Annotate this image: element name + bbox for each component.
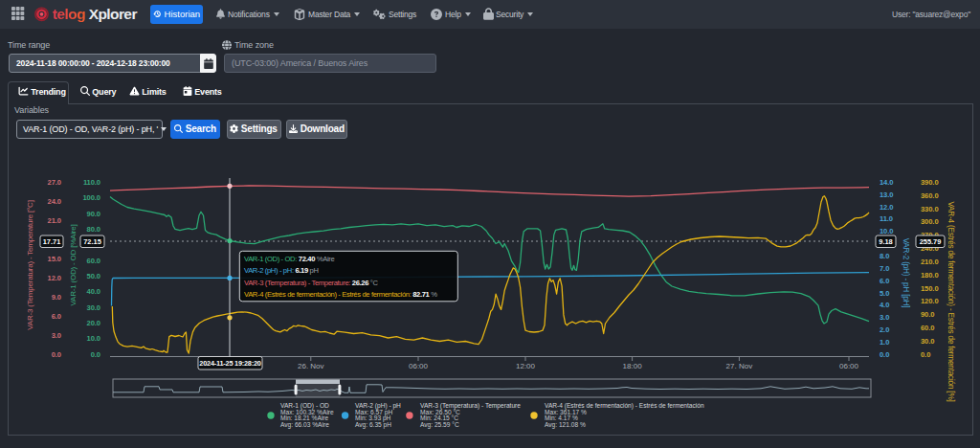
svg-text:210.0: 210.0	[921, 258, 939, 266]
svg-text:40.0: 40.0	[87, 287, 100, 296]
svg-text:90.0: 90.0	[87, 210, 100, 218]
svg-text:11.0: 11.0	[880, 214, 893, 223]
svg-text:4.0: 4.0	[880, 301, 889, 309]
svg-text:VAR-4 (Estrés de fermentación): VAR-4 (Estrés de fermentación) - Estrés …	[947, 201, 955, 401]
svg-text:30.0: 30.0	[87, 303, 100, 312]
svg-text:06:00: 06:00	[839, 362, 859, 370]
svg-text:90.0: 90.0	[921, 310, 934, 319]
svg-text:17.71: 17.71	[43, 237, 61, 246]
svg-text:390.0: 390.0	[921, 178, 939, 187]
svg-text:9.0: 9.0	[52, 293, 61, 302]
svg-text:12.0: 12.0	[880, 203, 893, 212]
svg-text:12.0: 12.0	[48, 274, 61, 282]
svg-text:10.0: 10.0	[87, 334, 100, 343]
svg-text:VAR-2 (pH) - pH [pH]: VAR-2 (pH) - pH [pH]	[902, 238, 910, 308]
svg-text:150.0: 150.0	[921, 284, 939, 293]
svg-text:60.0: 60.0	[87, 257, 100, 265]
svg-text:60.0: 60.0	[921, 324, 934, 332]
svg-text:5.0: 5.0	[880, 289, 889, 298]
svg-text:300.0: 300.0	[921, 217, 939, 226]
svg-text:3.0: 3.0	[880, 313, 889, 322]
svg-text:27. Nov: 27. Nov	[726, 362, 753, 370]
svg-text:7.0: 7.0	[880, 264, 889, 273]
svg-text:80.0: 80.0	[87, 225, 100, 234]
svg-text:180.0: 180.0	[921, 271, 939, 280]
svg-text:18:00: 18:00	[623, 362, 643, 370]
svg-text:330.0: 330.0	[921, 205, 939, 213]
svg-text:6.0: 6.0	[52, 312, 61, 321]
svg-text:6.0: 6.0	[880, 277, 889, 285]
svg-text:24.0: 24.0	[48, 197, 61, 206]
svg-text:0.0: 0.0	[921, 350, 930, 359]
svg-text:72.15: 72.15	[83, 237, 101, 246]
svg-text:1.0: 1.0	[880, 338, 889, 347]
svg-text:13.0: 13.0	[880, 190, 893, 199]
svg-text:120.0: 120.0	[921, 297, 939, 305]
svg-text:21.0: 21.0	[48, 216, 61, 225]
svg-text:0.0: 0.0	[880, 350, 889, 359]
svg-text:360.0: 360.0	[921, 191, 939, 200]
svg-text:2.0: 2.0	[880, 325, 889, 334]
svg-text:Avg: 25.59 °C: Avg: 25.59 °C	[420, 421, 459, 429]
svg-text:VAR-1 (OD) - OD [%Aire]: VAR-1 (OD) - OD [%Aire]	[69, 224, 78, 305]
svg-text:26. Nov: 26. Nov	[298, 362, 324, 370]
svg-text:Avg: 66.03 %Aire: Avg: 66.03 %Aire	[280, 421, 329, 429]
svg-text:9.18: 9.18	[879, 237, 892, 246]
svg-text:2024-11-25 19:28:20: 2024-11-25 19:28:20	[199, 359, 261, 368]
svg-text:0.0: 0.0	[52, 350, 61, 359]
svg-text:0.0: 0.0	[91, 350, 100, 359]
svg-text:VAR-3 (Temperatura) - Temperat: VAR-3 (Temperatura) - Temperature: 26.26…	[244, 279, 379, 287]
svg-text:50.0: 50.0	[87, 272, 100, 280]
svg-text:12:00: 12:00	[516, 362, 536, 370]
svg-text:10.0: 10.0	[880, 227, 893, 235]
svg-text:3.0: 3.0	[52, 331, 61, 340]
svg-text:100.0: 100.0	[82, 193, 100, 202]
svg-text:30.0: 30.0	[921, 337, 934, 346]
svg-text:255.79: 255.79	[920, 237, 942, 246]
svg-text:8.0: 8.0	[880, 252, 889, 260]
svg-text:VAR-2 (pH) - pH: 6.19 pH: VAR-2 (pH) - pH: 6.19 pH	[244, 266, 319, 275]
svg-text:VAR-1 (OD) - OD: 72.40 %Aire: VAR-1 (OD) - OD: 72.40 %Aire	[244, 255, 334, 263]
svg-text:27.0: 27.0	[48, 178, 61, 187]
svg-text:20.0: 20.0	[87, 319, 100, 327]
svg-text:VAR-4 (Estrés de fermentación): VAR-4 (Estrés de fermentación) - Estrés …	[244, 290, 437, 299]
svg-text:Avg: 6.35 pH: Avg: 6.35 pH	[355, 421, 391, 429]
svg-text:06:00: 06:00	[409, 362, 429, 370]
svg-text:Avg: 121.08 %: Avg: 121.08 %	[545, 421, 586, 429]
svg-text:15.0: 15.0	[48, 255, 61, 263]
svg-text:14.0: 14.0	[880, 178, 893, 187]
svg-text:110.0: 110.0	[83, 178, 100, 187]
svg-text:VAR-3 (Temperatura) - Temperat: VAR-3 (Temperatura) - Temperature [°C]	[26, 200, 34, 329]
